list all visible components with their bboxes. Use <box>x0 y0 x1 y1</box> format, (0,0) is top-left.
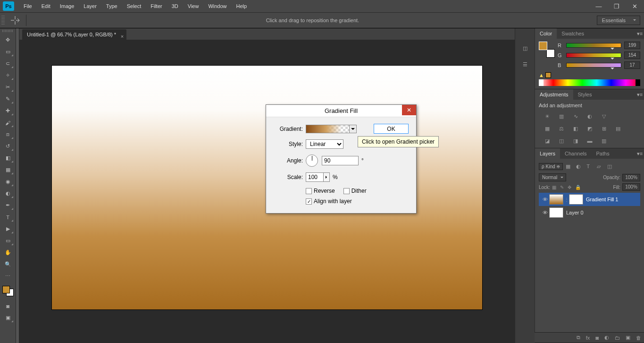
brush-tool-icon[interactable]: 🖌 <box>2 117 14 128</box>
menu-filter[interactable]: Filter <box>146 0 167 13</box>
menu-edit[interactable]: Edit <box>37 0 55 13</box>
balance-icon[interactable]: ⚖ <box>557 124 566 133</box>
marquee-tool-icon[interactable]: ▭ <box>2 46 14 57</box>
screen-mode-icon[interactable]: ▣ <box>2 312 14 323</box>
history-panel-icon[interactable]: ◫ <box>515 42 535 55</box>
hand-tool-icon[interactable]: ✋ <box>2 247 14 258</box>
window-close-icon[interactable]: ✕ <box>628 2 641 10</box>
layer-name[interactable]: Layer 0 <box>566 210 584 215</box>
tab-swatches[interactable]: Swatches <box>557 28 589 39</box>
path-select-tool-icon[interactable]: ▶ <box>2 223 14 234</box>
tab-channels[interactable]: Channels <box>560 148 591 159</box>
ok-button[interactable]: OK <box>374 124 409 134</box>
layer-mask[interactable] <box>569 194 583 205</box>
filter-pixel-icon[interactable]: ▦ <box>566 163 573 170</box>
lock-pixels-icon[interactable]: ✎ <box>560 185 564 190</box>
style-select[interactable]: Linear <box>306 139 343 149</box>
blur-tool-icon[interactable]: ◉ <box>2 176 14 187</box>
g-value[interactable]: 154 <box>624 51 640 59</box>
spectrum-ramp[interactable] <box>539 79 640 86</box>
panel-menu-icon[interactable]: ▾≡ <box>636 92 644 98</box>
menu-layer[interactable]: Layer <box>79 0 101 13</box>
new-layer-icon[interactable]: ▣ <box>626 334 630 341</box>
dodge-tool-icon[interactable]: ◐ <box>2 188 14 199</box>
quick-mask-icon[interactable]: ◙ <box>2 300 14 311</box>
gamut-swatch[interactable] <box>545 72 551 78</box>
filter-adjust-icon[interactable]: ◐ <box>576 163 584 170</box>
dialog-close-button[interactable]: ✕ <box>402 105 416 115</box>
b-slider[interactable] <box>566 63 621 68</box>
panel-menu-icon[interactable]: ▾≡ <box>636 151 644 157</box>
workspace-button[interactable]: Essentials <box>597 16 640 25</box>
invert-icon[interactable]: ◪ <box>543 137 552 145</box>
tab-color[interactable]: Color <box>535 28 557 39</box>
history-brush-tool-icon[interactable]: ↺ <box>2 141 14 152</box>
properties-panel-icon[interactable]: ☰ <box>515 58 535 71</box>
menu-3d[interactable]: 3D <box>167 0 183 13</box>
healing-tool-icon[interactable]: ✚ <box>2 105 14 116</box>
color-swatch[interactable] <box>539 42 555 58</box>
doc-handle[interactable] <box>16 28 19 343</box>
layer-name[interactable]: Gradient Fill 1 <box>586 197 618 202</box>
angle-dial[interactable] <box>306 154 318 167</box>
tab-styles[interactable]: Styles <box>573 89 597 100</box>
color-swatch-pair[interactable] <box>1 285 15 297</box>
menu-select[interactable]: Select <box>122 0 146 13</box>
gradient-map-icon[interactable]: ▬ <box>585 137 594 145</box>
doc-tab[interactable]: Untitled-1 @ 66.7% (Layer 0, RGB/8) * × <box>22 29 126 40</box>
dither-checkbox[interactable]: Dither <box>343 188 367 194</box>
menu-image[interactable]: Image <box>55 0 79 13</box>
scale-input[interactable] <box>306 172 324 182</box>
threshold-icon[interactable]: ◨ <box>571 137 580 145</box>
selective-icon[interactable]: ▥ <box>599 137 609 145</box>
photo-filter-icon[interactable]: ◩ <box>585 124 594 133</box>
filter-type-icon[interactable]: T <box>586 163 594 170</box>
blend-mode-select[interactable]: Normal <box>539 173 566 181</box>
g-slider[interactable] <box>566 53 621 58</box>
levels-icon[interactable]: ▥ <box>557 112 566 120</box>
type-tool-icon[interactable]: T <box>2 212 14 223</box>
layer-thumb[interactable] <box>549 194 563 205</box>
menu-view[interactable]: View <box>183 0 204 13</box>
grip-handle[interactable] <box>1 16 5 25</box>
lasso-tool-icon[interactable]: ⊂ <box>2 58 14 69</box>
link-layers-icon[interactable]: ⧉ <box>577 334 580 341</box>
fill-value[interactable]: 100% <box>622 183 640 191</box>
layer-row[interactable]: 👁 Layer 0 <box>539 206 640 219</box>
trash-icon[interactable]: 🗑 <box>636 335 641 341</box>
magic-wand-tool-icon[interactable]: ✧ <box>2 70 14 81</box>
tab-layers[interactable]: Layers <box>535 148 560 159</box>
tab-paths[interactable]: Paths <box>592 148 614 159</box>
layer-row[interactable]: 👁 ⋮ Gradient Fill 1 <box>539 193 640 206</box>
exposure-icon[interactable]: ◐ <box>585 112 594 120</box>
lock-pos-icon[interactable]: ✥ <box>568 185 571 190</box>
gradient-tool-icon[interactable]: ▦ <box>2 164 14 175</box>
lock-trans-icon[interactable]: ▦ <box>552 185 556 190</box>
mixer-icon[interactable]: ⊞ <box>599 124 609 133</box>
lock-all-icon[interactable]: 🔒 <box>575 185 581 190</box>
vibrance-icon[interactable]: ▽ <box>599 112 609 120</box>
link-icon[interactable]: ⋮ <box>564 197 569 202</box>
group-icon[interactable]: 🗀 <box>615 335 620 341</box>
eraser-tool-icon[interactable]: ◧ <box>2 153 14 163</box>
curves-icon[interactable]: ∿ <box>571 112 580 120</box>
filter-shape-icon[interactable]: ▱ <box>597 163 604 170</box>
tools-grip[interactable] <box>2 30 14 32</box>
opacity-value[interactable]: 100% <box>622 174 640 181</box>
posterize-icon[interactable]: ◫ <box>557 137 566 145</box>
filter-smart-icon[interactable]: ◫ <box>607 163 615 170</box>
gradient-picker[interactable] <box>306 125 357 133</box>
hue-icon[interactable]: ▦ <box>543 124 552 133</box>
bw-icon[interactable]: ◧ <box>571 124 580 133</box>
brightness-icon[interactable]: ☀ <box>543 112 552 120</box>
tab-adjustments[interactable]: Adjustments <box>535 89 573 100</box>
menu-window[interactable]: Window <box>203 0 231 13</box>
menu-help[interactable]: Help <box>232 0 252 13</box>
tab-close-icon[interactable]: × <box>121 31 124 42</box>
mask-icon[interactable]: ◙ <box>595 335 599 341</box>
menu-type[interactable]: Type <box>101 0 122 13</box>
r-slider[interactable] <box>566 43 621 48</box>
move-tool-icon[interactable]: ✥ <box>2 34 14 45</box>
scale-step-icon[interactable] <box>323 172 330 182</box>
visibility-icon[interactable]: 👁 <box>541 197 549 202</box>
